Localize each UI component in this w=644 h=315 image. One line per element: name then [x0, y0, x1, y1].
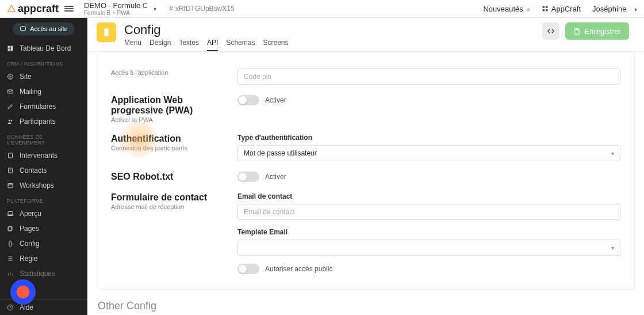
- svg-point-10: [9, 120, 10, 122]
- sidebar-item-label: Contacts: [20, 166, 47, 174]
- svg-rect-1: [546, 6, 548, 9]
- sidebar-item-label: Aperçu: [20, 210, 41, 218]
- template-email-label: Template Email: [237, 228, 620, 236]
- sidebar-item-label: Formulaires: [20, 103, 56, 111]
- svg-rect-22: [104, 28, 109, 36]
- users-icon: [7, 118, 14, 125]
- code-icon: [547, 27, 555, 35]
- auth-type-label: Type d'authentification: [237, 134, 620, 142]
- sidebar-item-label: Workshops: [20, 181, 54, 189]
- seo-title: SEO Robot.txt: [111, 172, 220, 182]
- sidebar-item-dashboard[interactable]: Tableau De Bord: [0, 41, 87, 56]
- nav-appcraft[interactable]: AppCraft: [542, 5, 581, 13]
- svg-rect-12: [9, 153, 13, 158]
- pwa-toggle[interactable]: [237, 95, 259, 105]
- svg-rect-23: [576, 28, 578, 30]
- svg-rect-2: [542, 9, 545, 12]
- svg-rect-5: [8, 46, 10, 48]
- tab-menu[interactable]: Menu: [124, 39, 141, 51]
- svg-rect-6: [11, 46, 13, 51]
- calendar-icon: [7, 182, 14, 189]
- chevron-down-icon: ▾: [611, 245, 614, 251]
- triangle-icon: [7, 4, 16, 13]
- pwa-title: Application Web progressive (PWA): [111, 95, 220, 116]
- svg-rect-15: [8, 184, 13, 188]
- phone-icon: [7, 240, 14, 247]
- sidebar-item-participants[interactable]: Participants: [0, 114, 87, 129]
- tab-design[interactable]: Design: [150, 39, 171, 51]
- sliders-icon: [7, 255, 14, 262]
- pin-code-input[interactable]: [237, 69, 620, 85]
- tab-screens[interactable]: Screens: [263, 39, 288, 51]
- other-config-title: Other Config: [98, 300, 635, 312]
- tab-texts[interactable]: Textes: [179, 39, 199, 51]
- chevron-down-icon: ▾: [611, 150, 614, 157]
- contact-icon: [7, 167, 14, 174]
- access-subtitle: Accès à l'application: [111, 69, 220, 76]
- sidebar-item-preview[interactable]: Aperçu: [0, 206, 87, 221]
- auth-type-select[interactable]: Mot de passe utilisateur ▾: [237, 145, 620, 161]
- sidebar-item-label: Config: [20, 240, 40, 248]
- sidebar-item-site[interactable]: Site: [0, 69, 87, 84]
- sidebar: Accès au site Tableau De Bord CRM / INSC…: [0, 18, 87, 315]
- sidebar-item-forms[interactable]: Formulaires: [0, 99, 87, 114]
- sidebar-item-label: Mailing: [20, 88, 41, 96]
- svg-rect-19: [9, 241, 12, 246]
- dashboard-icon: [7, 45, 14, 52]
- svg-point-11: [11, 120, 13, 122]
- svg-rect-0: [542, 6, 545, 9]
- nav-user[interactable]: Joséphine ▾: [592, 5, 637, 13]
- sidebar-item-mailing[interactable]: Mailing: [0, 84, 87, 99]
- template-email-select[interactable]: ▾: [237, 240, 620, 256]
- sidebar-item-stats[interactable]: Statistiques: [0, 266, 87, 281]
- tab-schemas[interactable]: Schemas: [226, 39, 255, 51]
- nav-news[interactable]: Nouveautés: [483, 5, 530, 13]
- pages-icon: [7, 225, 14, 232]
- public-access-toggle[interactable]: [237, 264, 259, 274]
- sidebar-item-label: Intervenants: [20, 151, 57, 160]
- brand-name: appcraft: [18, 3, 59, 15]
- sidebar-item-contacts[interactable]: Contacts: [0, 163, 87, 178]
- project-hash: # xRfDTGUpBswX15: [169, 5, 234, 13]
- sidebar-item-regie[interactable]: Régie: [0, 251, 87, 266]
- sidebar-item-pages[interactable]: Pages: [0, 221, 87, 236]
- save-icon: [573, 28, 581, 35]
- help-icon: ?: [7, 304, 14, 311]
- contact-form-title: Formulaire de contact: [111, 192, 220, 203]
- sidebar-item-label: Aide: [20, 303, 33, 312]
- project-selector[interactable]: DEMO - Formule C Formule B + PWA ▾: [84, 1, 156, 16]
- tab-api[interactable]: API: [207, 39, 218, 51]
- globe-icon: [7, 73, 14, 80]
- seo-toggle[interactable]: [237, 172, 259, 182]
- chevron-down-icon: ▾: [634, 6, 637, 13]
- svg-rect-16: [8, 212, 13, 215]
- sidebar-item-label: Tableau De Bord: [20, 44, 71, 52]
- sidebar-item-label: Participants: [20, 117, 56, 126]
- support-fab[interactable]: [10, 279, 36, 305]
- sidebar-item-workshops[interactable]: Workshops: [0, 178, 87, 193]
- pencil-icon: [7, 103, 14, 110]
- site-access-button[interactable]: Accès au site: [13, 22, 74, 35]
- contact-form-subtitle: Adresse mail de réception: [111, 203, 220, 210]
- save-button[interactable]: Enregistrer: [565, 22, 629, 40]
- auth-subtitle: Connexion des participants: [111, 145, 220, 151]
- public-access-label: Autoriser accès public: [265, 265, 332, 273]
- contact-email-input[interactable]: [237, 204, 620, 220]
- sidebar-item-speakers[interactable]: Intervenants: [0, 148, 87, 163]
- phone-icon: [101, 27, 112, 37]
- sidebar-item-label: Site: [20, 73, 32, 81]
- sidebar-section-crm: CRM / INSCRIPTIONS: [0, 56, 87, 69]
- sidebar-item-help[interactable]: ? Aide: [0, 300, 87, 315]
- auth-title: Authentification: [111, 134, 220, 144]
- project-name: DEMO - Formule C: [84, 1, 148, 10]
- sidebar-item-config[interactable]: Config: [0, 236, 87, 251]
- sidebar-toggle[interactable]: [64, 6, 74, 12]
- svg-rect-7: [8, 49, 10, 51]
- laptop-icon: [7, 210, 14, 217]
- code-button[interactable]: [542, 22, 559, 40]
- sidebar-item-label: Statistiques: [20, 270, 55, 278]
- hashtag-icon: #: [169, 5, 173, 13]
- config-page-icon: [97, 22, 116, 42]
- grid-icon: [542, 5, 549, 12]
- sidebar-item-label: Pages: [20, 225, 39, 233]
